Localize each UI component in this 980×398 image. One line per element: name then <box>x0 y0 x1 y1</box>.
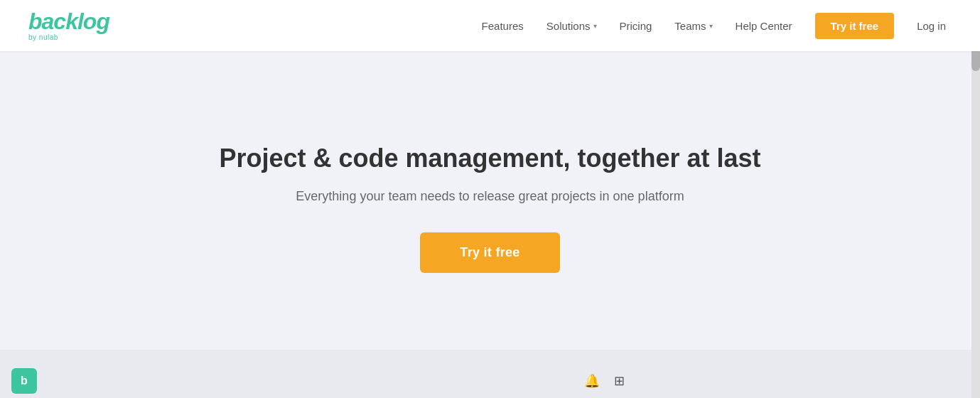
nav-try-free-button[interactable]: Try it free <box>815 13 895 39</box>
logo-byline: by nulab <box>28 33 58 41</box>
bell-icon[interactable]: 🔔 <box>584 373 600 389</box>
grid-icon[interactable]: ⊞ <box>614 373 625 389</box>
hero-section: Project & code management, together at l… <box>0 51 980 350</box>
nav-help-center[interactable]: Help Center <box>736 20 792 32</box>
scrollbar[interactable] <box>971 0 980 398</box>
chevron-down-icon: ▾ <box>709 22 713 30</box>
nav-login-link[interactable]: Log in <box>917 20 946 32</box>
hero-subtitle: Everything your team needs to release gr… <box>296 189 684 204</box>
hero-title: Project & code management, together at l… <box>219 142 760 176</box>
nav-solutions[interactable]: Solutions ▾ <box>546 20 597 32</box>
app-preview-bar: b 🔔 ⊞ <box>0 350 980 398</box>
logo: backlog by nulab <box>28 10 109 41</box>
app-toolbar-right: 🔔 ⊞ <box>584 373 625 389</box>
app-icon: b <box>11 368 37 394</box>
hero-try-free-button[interactable]: Try it free <box>420 232 559 273</box>
logo-text: backlog <box>28 10 109 33</box>
nav-features[interactable]: Features <box>482 20 524 32</box>
main-nav: Features Solutions ▾ Pricing Teams ▾ Hel… <box>482 13 946 39</box>
header: backlog by nulab Features Solutions ▾ Pr… <box>0 0 980 51</box>
nav-pricing[interactable]: Pricing <box>620 20 652 32</box>
chevron-down-icon: ▾ <box>593 22 597 30</box>
nav-teams[interactable]: Teams ▾ <box>674 20 712 32</box>
